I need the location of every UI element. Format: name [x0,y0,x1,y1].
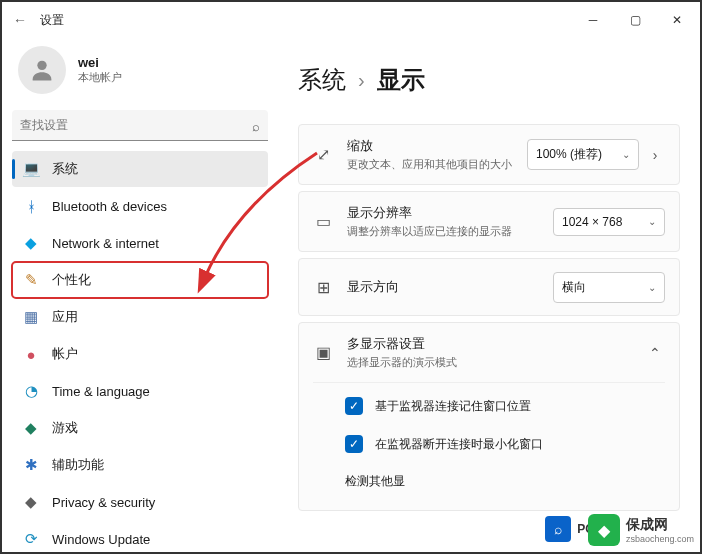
scale-card[interactable]: ⤢ 缩放 更改文本、应用和其他项目的大小 100% (推荐) ⌄ › [298,124,680,185]
sidebar-item-9[interactable]: ◆Privacy & security [12,484,268,520]
nav-icon: ᚼ [22,197,40,215]
multi-display-header[interactable]: ▣ 多显示器设置 选择显示器的演示模式 ⌃ [313,335,665,370]
nav-icon: ⟳ [22,530,40,548]
multi-title: 多显示器设置 [347,335,631,353]
resolution-sub: 调整分辨率以适应已连接的显示器 [347,224,539,239]
scale-icon: ⤢ [313,145,333,164]
breadcrumb-current: 显示 [377,64,425,96]
scale-title: 缩放 [347,137,513,155]
nav-icon: ▦ [22,308,40,326]
sidebar-item-4[interactable]: ▦应用 [12,299,268,335]
window-controls: ─ ▢ ✕ [572,4,698,36]
nav-label: Windows Update [52,532,150,547]
checkbox-checked-icon[interactable]: ✓ [345,397,363,415]
chevron-down-icon: ⌄ [648,282,656,293]
titlebar: ← 设置 ─ ▢ ✕ [0,0,702,40]
back-button[interactable]: ← [4,12,36,28]
maximize-button[interactable]: ▢ [614,4,656,36]
breadcrumb: 系统 › 显示 [298,64,680,96]
sidebar: wei 本地帐户 ⌕ 💻系统ᚼBluetooth & devices◆Netwo… [0,40,280,554]
orientation-title: 显示方向 [347,278,539,296]
nav-icon: ◆ [22,234,40,252]
nav-icon: ✱ [22,456,40,474]
multi-display-card: ▣ 多显示器设置 选择显示器的演示模式 ⌃ ✓ 基于监视器连接记住窗口位置 ✓ … [298,322,680,511]
nav-icon: ● [22,345,40,363]
resolution-card[interactable]: ▭ 显示分辨率 调整分辨率以适应已连接的显示器 1024 × 768 ⌄ [298,191,680,252]
collapse-icon[interactable]: ⌃ [645,345,665,361]
nav-label: 应用 [52,308,78,326]
sidebar-item-8[interactable]: ✱辅助功能 [12,447,268,483]
person-icon [28,56,56,84]
search-container: ⌕ [12,110,268,141]
nav-label: Privacy & security [52,495,155,510]
close-button[interactable]: ✕ [656,4,698,36]
avatar [18,46,66,94]
nav-icon: ◔ [22,382,40,400]
nav-label: Bluetooth & devices [52,199,167,214]
orientation-dropdown[interactable]: 横向 ⌄ [553,272,665,303]
nav-icon: ✎ [22,271,40,289]
svg-point-0 [37,61,46,70]
sidebar-item-10[interactable]: ⟳Windows Update [12,521,268,554]
main-content: 系统 › 显示 ⤢ 缩放 更改文本、应用和其他项目的大小 100% (推荐) ⌄… [280,40,702,554]
chevron-down-icon: ⌄ [648,216,656,227]
breadcrumb-parent[interactable]: 系统 [298,64,346,96]
scale-expand[interactable]: › [645,147,665,163]
sidebar-item-0[interactable]: 💻系统 [12,151,268,187]
user-type: 本地帐户 [78,70,122,85]
multi-display-icon: ▣ [313,343,333,362]
resolution-title: 显示分辨率 [347,204,539,222]
watermark: ◆ 保成网 zsbaocheng.com [588,514,694,546]
remember-position-option[interactable]: ✓ 基于监视器连接记住窗口位置 [313,387,665,425]
nav-label: 帐户 [52,345,78,363]
scale-dropdown[interactable]: 100% (推荐) ⌄ [527,139,639,170]
minimize-button[interactable]: ─ [572,4,614,36]
nav-icon: ◆ [22,419,40,437]
window-title: 设置 [40,12,64,29]
nav-label: 辅助功能 [52,456,104,474]
sidebar-item-7[interactable]: ◆游戏 [12,410,268,446]
sidebar-item-1[interactable]: ᚼBluetooth & devices [12,188,268,224]
sidebar-item-3[interactable]: ✎个性化 [12,262,268,298]
resolution-dropdown[interactable]: 1024 × 768 ⌄ [553,208,665,236]
nav-icon: 💻 [22,160,40,178]
nav-label: Time & language [52,384,150,399]
pc-badge: ⌕ PC [545,516,594,542]
chevron-right-icon: › [358,69,365,92]
chevron-down-icon: ⌄ [622,149,630,160]
minimize-on-disconnect-option[interactable]: ✓ 在监视器断开连接时最小化窗口 [313,425,665,463]
detect-display-row[interactable]: 检测其他显 [313,463,665,498]
sidebar-item-2[interactable]: ◆Network & internet [12,225,268,261]
user-profile[interactable]: wei 本地帐户 [12,40,268,108]
nav-label: Network & internet [52,236,159,251]
multi-sub: 选择显示器的演示模式 [347,355,631,370]
resolution-icon: ▭ [313,212,333,231]
nav-label: 游戏 [52,419,78,437]
nav-list: 💻系统ᚼBluetooth & devices◆Network & intern… [12,151,268,554]
nav-label: 个性化 [52,271,91,289]
scale-sub: 更改文本、应用和其他项目的大小 [347,157,513,172]
search-input[interactable] [12,110,268,141]
nav-icon: ◆ [22,493,40,511]
nav-label: 系统 [52,160,78,178]
search-square-icon: ⌕ [545,516,571,542]
checkbox-checked-icon[interactable]: ✓ [345,435,363,453]
orientation-card[interactable]: ⊞ 显示方向 横向 ⌄ [298,258,680,316]
search-icon: ⌕ [252,118,260,133]
orientation-icon: ⊞ [313,278,333,297]
sidebar-item-6[interactable]: ◔Time & language [12,373,268,409]
sidebar-item-5[interactable]: ●帐户 [12,336,268,372]
user-name: wei [78,55,122,70]
shield-icon: ◆ [588,514,620,546]
